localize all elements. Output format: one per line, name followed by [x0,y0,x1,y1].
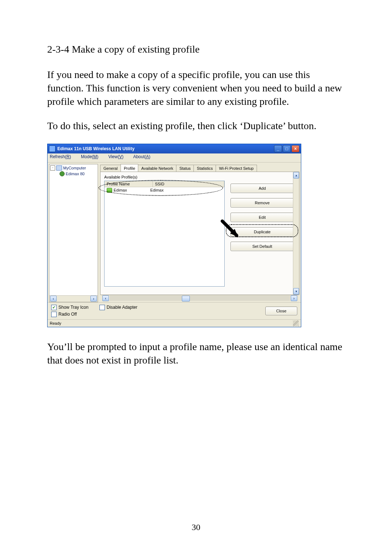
main-horizontal-scrollbar[interactable]: ‹ › [102,295,298,301]
radio-off-checkbox[interactable]: Radio Off [51,312,89,317]
profile-list[interactable]: Profile Name SSID Edimax Edimax [104,181,225,287]
tab-statistics[interactable]: Statistics [193,165,216,172]
tree-scroll-left-icon[interactable]: ‹ [50,296,57,301]
tab-general[interactable]: General [100,165,121,172]
main-vertical-scrollbar[interactable]: ▴ ▾ [293,172,299,295]
add-button[interactable]: Add [230,184,294,193]
col-ssid[interactable]: SSID [153,181,224,187]
tab-wifi-protect-setup[interactable]: Wi-Fi Protect Setup [216,165,257,172]
maximize-button[interactable]: □ [283,145,291,152]
tab-profile[interactable]: Profile [121,164,138,172]
signal-icon [107,188,112,193]
window-title: Edimax 11n USB Wireless LAN Utility [57,146,135,151]
disable-adapter-checkbox[interactable]: Disable Adapter [99,305,138,310]
profile-list-header: Profile Name SSID [105,181,224,187]
tree-scroll-right-icon[interactable]: › [90,296,97,301]
minimize-button[interactable]: _ [274,145,282,152]
checkbox-unchecked-icon [51,312,57,317]
page-number: 30 [0,522,392,532]
col-profile-name[interactable]: Profile Name [105,181,153,187]
tab-strip: General Profile Available Network Status… [100,164,299,172]
show-tray-icon-label: Show Tray Icon [58,305,89,310]
profile-row[interactable]: Edimax Edimax [105,187,224,193]
tab-status[interactable]: Status [176,165,194,172]
scroll-thumb[interactable] [182,296,190,301]
profile-row-ssid: Edimax [150,188,222,192]
scroll-right-icon[interactable]: › [291,295,297,301]
available-profiles-label: Available Profile(s) [104,175,295,179]
status-bar: Ready [48,319,301,327]
set-default-button[interactable]: Set Default [230,242,294,251]
menu-view[interactable]: View(V) [108,154,128,159]
checkbox-checked-icon: ✔ [51,305,57,310]
adapter-icon [60,171,65,176]
collapse-icon[interactable]: − [50,165,55,171]
paragraph-3: You’ll be prompted to input a profile na… [47,340,345,367]
scroll-left-icon[interactable]: ‹ [102,295,109,301]
paragraph-2: To do this, select an existing profile, … [47,119,345,133]
show-tray-icon-checkbox[interactable]: ✔ Show Tray Icon [51,305,89,310]
edit-button[interactable]: Edit [230,213,294,222]
profile-row-name: Edimax [114,188,127,192]
tree-root[interactable]: MyComputer [63,166,86,170]
remove-button[interactable]: Remove [230,198,294,208]
tab-available-network[interactable]: Available Network [138,165,176,172]
resize-grip-icon[interactable] [293,320,299,326]
menu-about[interactable]: About(A) [133,154,155,159]
tree-child[interactable]: Edimax 80 [66,172,85,176]
radio-off-label: Radio Off [58,312,77,317]
window-titlebar[interactable]: Edimax 11n USB Wireless LAN Utility _ □ … [48,144,301,153]
disable-adapter-label: Disable Adapter [107,305,138,310]
duplicate-button[interactable]: Duplicate [230,227,294,237]
scroll-down-icon[interactable]: ▾ [293,288,299,295]
app-screenshot: Edimax 11n USB Wireless LAN Utility _ □ … [47,144,301,327]
menu-mode[interactable]: Mode(M) [81,154,103,159]
section-heading: 2-3-4 Make a copy of existing profile [47,44,345,55]
status-text: Ready [50,321,61,325]
close-window-button[interactable]: × [291,145,299,152]
checkbox-unchecked-icon [99,305,105,310]
close-button[interactable]: Close [265,307,297,315]
tree-pane[interactable]: − MyComputer Edimax 80 ‹ › [49,164,98,302]
bottom-panel: ✔ Show Tray Icon Radio Off Disable Adapt… [48,302,301,319]
computer-icon [56,165,62,171]
app-icon [49,145,56,152]
scroll-up-icon[interactable]: ▴ [293,172,299,178]
menu-refresh[interactable]: Refresh(R) [50,154,75,159]
menubar: Refresh(R) Mode(M) View(V) About(A) [48,153,301,163]
paragraph-1: If you need to make a copy of a specific… [47,68,345,108]
